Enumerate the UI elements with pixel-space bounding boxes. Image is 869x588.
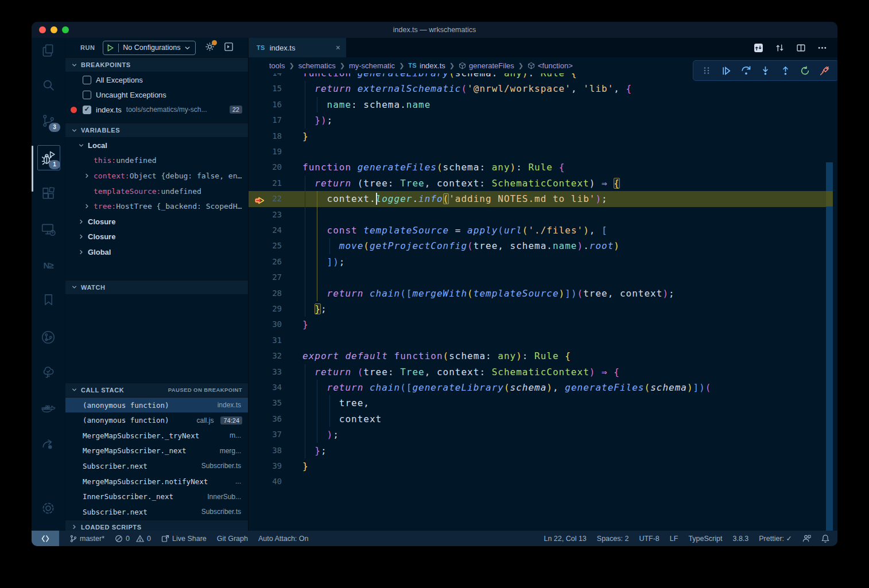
variable-row[interactable]: context: Object {debug: false, en… [65, 168, 248, 184]
call-stack-frame[interactable]: MergeMapSubscriber._tryNextm... [65, 428, 248, 443]
call-stack-frame[interactable]: InnerSubscriber._nextInnerSub... [65, 489, 248, 504]
status-git-branch[interactable]: master* [69, 535, 104, 543]
breakpoint-row[interactable]: All Exceptions [65, 72, 248, 87]
breadcrumb-item[interactable]: <function> [527, 61, 573, 70]
activity-remote-explorer[interactable] [32, 216, 65, 243]
variable-scope-row[interactable]: Closure [65, 229, 248, 245]
breakpoint-row[interactable]: index.tstools/schematics/my-sch...22 [65, 102, 248, 117]
activity-git-graph[interactable] [32, 324, 65, 351]
status-git-graph[interactable]: Git Graph [217, 535, 248, 543]
step-out-button[interactable] [778, 63, 793, 78]
status-encoding[interactable]: UTF-8 [639, 535, 659, 543]
breadcrumb-item[interactable]: my-schematic [349, 61, 395, 70]
line-number[interactable]: 34 [249, 380, 282, 395]
maximize-window-button[interactable] [62, 26, 69, 33]
breadcrumb-item[interactable]: generateFiles [459, 61, 514, 70]
start-debug-icon[interactable] [107, 44, 114, 52]
status-ts-version[interactable]: 3.8.3 [732, 535, 748, 543]
status-auto-attach[interactable]: Auto Attach: On [258, 535, 309, 543]
activity-extensions[interactable] [32, 180, 65, 207]
variable-scope-row[interactable]: Global [65, 244, 248, 260]
breakpoint-checkbox[interactable] [83, 91, 91, 99]
call-stack-frame[interactable]: MergeMapSubscriber._nextmerg... [65, 443, 248, 459]
line-number[interactable]: 15 [249, 81, 282, 96]
code-line-32[interactable]: 32export default function(schema: any): … [249, 348, 826, 364]
code-line-39[interactable]: 39} [249, 458, 826, 474]
line-number[interactable]: 29 [249, 301, 282, 317]
code-line-37[interactable]: 37 ); [249, 427, 826, 442]
activity-nx-console[interactable]: N≥ [32, 251, 65, 279]
line-number[interactable]: 28 [249, 286, 282, 301]
code-line-35[interactable]: 35 tree, [249, 395, 826, 411]
line-number[interactable]: 23 [249, 207, 282, 223]
line-number[interactable]: 17 [249, 112, 282, 128]
status-feedback[interactable] [802, 534, 811, 543]
continue-button[interactable] [719, 63, 734, 78]
status-problems[interactable]: 00 [115, 535, 151, 543]
compare-changes-icon[interactable] [775, 43, 785, 53]
chevron-right-icon[interactable] [84, 203, 90, 209]
code-line-23[interactable]: 23 [249, 207, 826, 223]
line-number[interactable]: 33 [249, 364, 282, 380]
code-view[interactable]: 14function generateLibrary(schema: any):… [249, 38, 826, 531]
code-line-28[interactable]: 28 return chain([mergeWith(templateSourc… [249, 286, 826, 301]
status-eol[interactable]: LF [670, 535, 678, 543]
status-cursor-position[interactable]: Ln 22, Col 13 [544, 535, 586, 543]
code-line-40[interactable]: 40 [249, 474, 826, 489]
line-number[interactable]: 26 [249, 254, 282, 270]
line-number[interactable]: 16 [249, 97, 282, 112]
code-line-36[interactable]: 36 context [249, 411, 826, 427]
section-header-loaded-scripts[interactable]: LOADED SCRIPTS [65, 520, 248, 531]
code-line-26[interactable]: 26 ]); [249, 254, 826, 270]
status-live-share[interactable]: Live Share [161, 535, 207, 543]
status-language-mode[interactable]: TypeScript [688, 535, 722, 543]
breakpoint-checkbox[interactable] [83, 76, 91, 84]
code-line-38[interactable]: 38 }; [249, 443, 826, 458]
code-line-15[interactable]: 15 return externalSchematic('@nrwl/works… [249, 81, 826, 96]
line-number[interactable]: 24 [249, 223, 282, 238]
section-header-watch[interactable]: WATCH [65, 280, 248, 295]
code-line-18[interactable]: 18} [249, 128, 826, 144]
breadcrumb-item[interactable]: schematics [298, 61, 336, 70]
scrollbar-slider[interactable] [826, 162, 833, 531]
code-line-22[interactable]: 22 context.logger.info('adding NOTES.md … [249, 191, 826, 207]
line-number[interactable]: 38 [249, 443, 282, 458]
activity-source-control[interactable]: 3 [32, 107, 65, 134]
breadcrumb-item[interactable]: tools [269, 61, 285, 70]
line-number[interactable]: 30 [249, 317, 282, 332]
call-stack-frame[interactable]: Subscriber.nextSubscriber.ts [65, 504, 248, 520]
restart-button[interactable] [798, 63, 813, 78]
section-header-variables[interactable]: VARIABLES [65, 123, 248, 138]
activity-search[interactable] [32, 71, 65, 99]
line-number[interactable]: 39 [249, 458, 282, 474]
step-over-button[interactable] [739, 63, 754, 78]
close-window-button[interactable] [39, 26, 46, 33]
code-line-30[interactable]: 30} [249, 317, 826, 332]
section-header-breakpoints[interactable]: BREAKPOINTS [65, 57, 248, 72]
line-number[interactable]: 27 [249, 270, 282, 285]
code-line-19[interactable]: 19 [249, 144, 826, 159]
line-number[interactable]: 37 [249, 427, 282, 442]
call-stack-frame[interactable]: (anonymous function)call.js74:24 [65, 412, 248, 428]
tab-index-ts[interactable]: TS index.ts × [249, 38, 346, 57]
activity-publish[interactable] [32, 431, 65, 458]
breakpoint-checkbox[interactable] [83, 106, 91, 114]
line-number[interactable]: 40 [249, 474, 282, 489]
code-line-16[interactable]: 16 name: schema.name [249, 97, 826, 112]
code-line-34[interactable]: 34 return chain([generateLibrary(schema)… [249, 380, 826, 395]
line-number[interactable]: 32 [249, 348, 282, 364]
variable-row[interactable]: tree: HostTree {_backend: ScopedH… [65, 198, 248, 214]
variable-row[interactable]: this: undefined [65, 153, 248, 169]
activity-docker[interactable] [32, 395, 65, 422]
code-line-17[interactable]: 17 }); [249, 112, 826, 128]
breadcrumb-item[interactable]: TSindex.ts [408, 61, 445, 70]
open-debug-console-icon[interactable] [224, 42, 234, 54]
remote-indicator[interactable] [32, 531, 59, 546]
open-changes-icon[interactable] [754, 43, 763, 53]
code-line-25[interactable]: 25 move(getProjectConfig(tree, schema.na… [249, 238, 826, 254]
code-line-24[interactable]: 24 const templateSource = apply(url('./f… [249, 223, 826, 238]
activity-bookmarks[interactable] [32, 286, 65, 313]
editor-scrollbar[interactable] [826, 38, 833, 531]
activity-test-explorer[interactable] [32, 358, 65, 385]
code-line-31[interactable]: 31 [249, 333, 826, 348]
